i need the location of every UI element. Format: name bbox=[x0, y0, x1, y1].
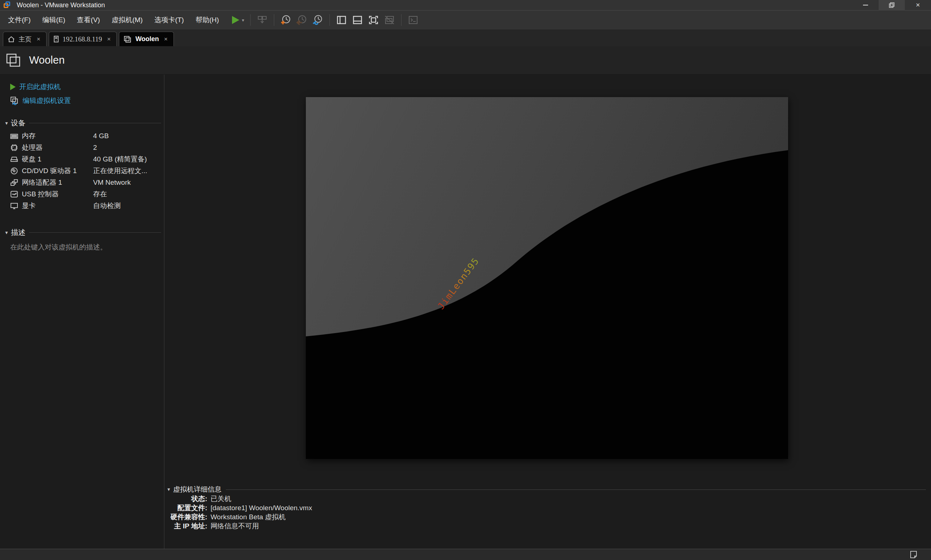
menu-vm[interactable]: 虚拟机(M) bbox=[106, 11, 148, 29]
console-view-button[interactable] bbox=[405, 13, 421, 27]
tab-label: 主页 bbox=[18, 35, 32, 44]
tab-bar: 主页 × 192.168.8.119 × Woolen × bbox=[0, 29, 931, 46]
devices-section-header[interactable]: ▼ 设备 bbox=[5, 118, 161, 128]
tab-home[interactable]: 主页 × bbox=[3, 32, 46, 46]
play-icon bbox=[10, 84, 15, 90]
unity-mode-icon bbox=[385, 15, 395, 25]
unity-mode-button[interactable] bbox=[382, 13, 397, 27]
section-divider bbox=[226, 489, 926, 490]
toolbar-separator bbox=[274, 14, 274, 26]
device-value: 正在使用远程文... bbox=[93, 166, 161, 175]
collapse-icon: ▼ bbox=[166, 487, 171, 492]
message-log-icon[interactable] bbox=[909, 550, 918, 559]
section-divider bbox=[29, 232, 161, 233]
menu-view[interactable]: 查看(V) bbox=[71, 11, 106, 29]
detail-value: 网络信息不可用 bbox=[211, 522, 926, 531]
menu-help[interactable]: 帮助(H) bbox=[190, 11, 225, 29]
revert-snapshot-button[interactable] bbox=[294, 13, 310, 27]
console-wallpaper-swoosh bbox=[306, 97, 788, 459]
thumbnail-bar-icon bbox=[352, 15, 363, 25]
device-value: 存在 bbox=[93, 189, 161, 199]
vm-icon bbox=[124, 35, 132, 43]
restore-button[interactable] bbox=[879, 0, 905, 11]
vm-details-section: ▼ 虚拟机详细信息 状态: 已关机 配置文件: [datastore1] Woo… bbox=[166, 485, 926, 531]
revert-snapshot-icon bbox=[296, 15, 308, 25]
device-value: 自动检测 bbox=[93, 201, 161, 211]
tab-close-icon[interactable]: × bbox=[35, 35, 42, 43]
library-pane-icon bbox=[336, 15, 346, 25]
menu-file[interactable]: 文件(F) bbox=[2, 11, 36, 29]
device-name: 内存 bbox=[22, 131, 93, 141]
vmware-logo-icon bbox=[4, 2, 11, 9]
fullscreen-button[interactable] bbox=[365, 13, 382, 27]
vm-console-preview[interactable]: JimLeon595 bbox=[306, 97, 788, 459]
console-icon bbox=[408, 15, 418, 25]
vmware-workstation-window: Woolen - VMware Workstation ✕ 文件(F) 编辑(E… bbox=[0, 0, 931, 560]
take-snapshot-button[interactable] bbox=[278, 13, 294, 27]
vm-main-panel: JimLeon595 ▼ 虚拟机详细信息 状态: 已关机 配置文件: [data… bbox=[165, 75, 931, 549]
home-icon bbox=[8, 36, 15, 43]
device-row-disk[interactable]: 硬盘 1 40 GB (精简置备) bbox=[10, 154, 161, 165]
fullscreen-icon bbox=[368, 15, 379, 25]
tab-woolen[interactable]: Woolen × bbox=[119, 32, 174, 46]
snapshot-manager-icon bbox=[312, 15, 324, 25]
detail-row-config-file: 配置文件: [datastore1] Woolen/Woolen.vmx bbox=[166, 503, 926, 512]
disk-icon bbox=[10, 156, 18, 163]
description-placeholder[interactable]: 在此处键入对该虚拟机的描述。 bbox=[10, 243, 161, 252]
device-row-display[interactable]: 显卡 自动检测 bbox=[10, 200, 161, 212]
device-row-network[interactable]: 网络适配器 1 VM Network bbox=[10, 177, 161, 188]
edit-settings-label: 编辑虚拟机设置 bbox=[23, 96, 71, 105]
description-section-title: 描述 bbox=[11, 228, 25, 237]
tab-label: 192.168.8.119 bbox=[63, 35, 102, 43]
network-adapter-icon bbox=[10, 179, 18, 186]
close-button[interactable]: ✕ bbox=[905, 0, 931, 11]
device-row-cd[interactable]: CD/DVD 驱动器 1 正在使用远程文... bbox=[10, 165, 161, 177]
device-row-memory[interactable]: 内存 4 GB bbox=[10, 130, 161, 142]
minimize-button[interactable] bbox=[853, 0, 879, 11]
detail-label: 配置文件: bbox=[166, 503, 207, 512]
cpu-icon bbox=[10, 144, 18, 151]
display-icon bbox=[10, 202, 18, 209]
collapse-icon: ▼ bbox=[5, 230, 9, 235]
content-area: 开启此虚拟机 编辑虚拟机设置 ▼ 设备 bbox=[0, 75, 931, 549]
tab-server[interactable]: 192.168.8.119 × bbox=[49, 32, 117, 46]
vm-page-header: Woolen bbox=[0, 46, 931, 75]
tab-close-icon[interactable]: × bbox=[105, 35, 112, 43]
detail-row-hw-compat: 硬件兼容性: Workstation Beta 虚拟机 bbox=[166, 512, 926, 522]
power-on-button[interactable]: ▾ bbox=[230, 16, 246, 24]
minimize-icon bbox=[863, 5, 868, 5]
usb-icon bbox=[10, 191, 18, 198]
collapse-icon: ▼ bbox=[5, 121, 9, 126]
menu-edit[interactable]: 编辑(E) bbox=[36, 11, 71, 29]
description-section-header[interactable]: ▼ 描述 bbox=[5, 228, 161, 237]
menu-tabs[interactable]: 选项卡(T) bbox=[148, 11, 189, 29]
show-library-button[interactable] bbox=[334, 13, 349, 27]
memory-icon bbox=[10, 133, 18, 139]
detail-row-ip: 主 IP 地址: 网络信息不可用 bbox=[166, 522, 926, 531]
upload-vm-button[interactable] bbox=[254, 13, 270, 27]
device-value: 4 GB bbox=[93, 132, 161, 140]
snapshot-manager-button[interactable] bbox=[310, 13, 326, 27]
device-row-cpu[interactable]: 处理器 2 bbox=[10, 142, 161, 154]
power-on-link[interactable]: 开启此虚拟机 bbox=[10, 82, 164, 92]
tab-label: Woolen bbox=[135, 35, 159, 43]
device-value: 40 GB (精简置备) bbox=[93, 155, 161, 164]
device-name: 显卡 bbox=[22, 201, 93, 211]
device-row-usb[interactable]: USB 控制器 存在 bbox=[10, 188, 161, 200]
show-thumbnails-button[interactable] bbox=[349, 13, 365, 27]
window-titlebar: Woolen - VMware Workstation ✕ bbox=[0, 0, 931, 11]
power-on-label: 开启此虚拟机 bbox=[19, 82, 61, 92]
devices-section-title: 设备 bbox=[11, 118, 25, 128]
detail-label: 主 IP 地址: bbox=[166, 522, 207, 531]
play-icon bbox=[232, 16, 239, 24]
edit-settings-icon bbox=[10, 96, 19, 105]
device-name: 网络适配器 1 bbox=[22, 178, 93, 187]
device-name: USB 控制器 bbox=[22, 189, 93, 199]
details-header[interactable]: ▼ 虚拟机详细信息 bbox=[166, 485, 926, 494]
detail-value: 已关机 bbox=[211, 494, 926, 503]
detail-value: [datastore1] Woolen/Woolen.vmx bbox=[211, 503, 926, 512]
edit-settings-link[interactable]: 编辑虚拟机设置 bbox=[10, 95, 164, 106]
tab-close-icon[interactable]: × bbox=[163, 35, 169, 43]
device-name: 处理器 bbox=[22, 143, 93, 152]
section-divider bbox=[29, 123, 161, 123]
